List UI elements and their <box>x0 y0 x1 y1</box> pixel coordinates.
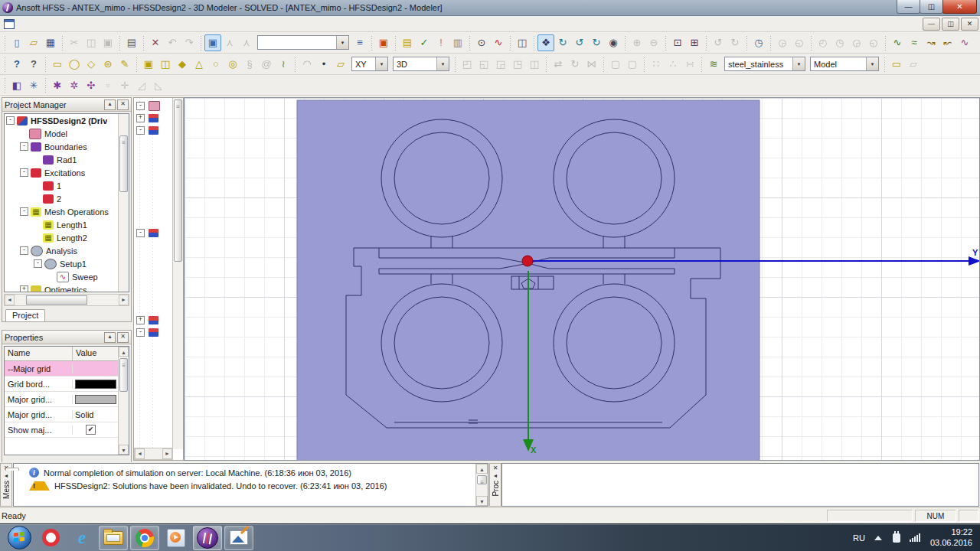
curve1-icon[interactable]: ∿ <box>889 34 906 51</box>
tab-grid[interactable] <box>5 468 19 471</box>
draw-helix-icon[interactable]: § <box>241 56 258 73</box>
menu-tools[interactable] <box>94 22 105 25</box>
solution-data-icon[interactable]: ▥ <box>449 34 466 51</box>
zoom-window-icon[interactable]: ⊡ <box>669 34 686 51</box>
tree-horizontal-scrollbar[interactable]: ◄ ► <box>4 294 129 306</box>
whats-this-icon[interactable]: ? <box>25 56 42 73</box>
tree-length1[interactable]: ▦ Length1 <box>5 218 129 231</box>
tree-sweep[interactable]: ∿ Sweep <box>5 270 129 283</box>
clock3-icon[interactable]: ◶ <box>848 34 865 51</box>
context-help-icon[interactable]: ? <box>8 56 25 73</box>
save-icon[interactable]: ▦ <box>42 34 59 51</box>
material-combo[interactable]: steel_stainless▼ <box>724 57 805 71</box>
submit-job-icon[interactable]: ! <box>433 34 449 51</box>
delete-icon[interactable]: ✕ <box>147 34 164 51</box>
create-cs-icon[interactable]: ✛ <box>116 77 133 93</box>
scrollbar-thumb[interactable] <box>119 135 128 192</box>
dock-pin-icon[interactable]: ◂ <box>494 472 497 479</box>
properties-vertical-scrollbar[interactable]: ▲ ▼ <box>118 347 129 455</box>
face-cs-icon[interactable]: ◿ <box>133 77 150 93</box>
tree-boundaries[interactable]: - Boundaries <box>5 140 129 153</box>
close-button[interactable]: ✕ <box>942 0 977 14</box>
zoom-out-icon[interactable]: ⊖ <box>645 34 662 51</box>
history-tree-panel[interactable]: - + - - + - <box>133 97 184 461</box>
pan-icon[interactable]: ❖ <box>537 34 554 51</box>
clock4-icon[interactable]: ◵ <box>865 34 882 51</box>
rotate-duplicate-icon[interactable]: ↻ <box>567 56 583 73</box>
scroll-left-icon[interactable]: ◄ <box>5 295 15 305</box>
boolean-3d-icon[interactable]: ◧ <box>8 77 25 93</box>
view-undo-icon[interactable]: ↺ <box>710 34 727 51</box>
assign-excitation-icon[interactable]: ⋏ <box>238 34 255 51</box>
draw-point-icon[interactable]: • <box>315 56 332 73</box>
cover-lines-icon[interactable]: ▢ <box>607 56 624 73</box>
tree-setup1[interactable]: - Setup1 <box>5 257 129 270</box>
snap-box-icon[interactable]: ▫ <box>100 77 116 93</box>
duplicate-along-line-icon[interactable]: ∷ <box>648 56 665 73</box>
scroll-up-icon[interactable]: ▲ <box>119 347 129 357</box>
cut-icon[interactable]: ✂ <box>66 34 83 51</box>
hfss-taskbar-icon[interactable] <box>193 526 222 550</box>
tree-mesh-operations[interactable]: - ▦ Mesh Operations <box>5 205 129 218</box>
curve3-icon[interactable]: ↝ <box>923 34 939 51</box>
draw-ellipse-icon[interactable]: ⊜ <box>100 56 116 73</box>
curve5-icon[interactable]: ∿ <box>956 34 973 51</box>
scroll-left-icon[interactable]: ◄ <box>135 448 145 459</box>
clock[interactable]: 19:22 03.06.2016 <box>930 527 972 549</box>
menu-hfss[interactable] <box>83 22 94 25</box>
paste-icon[interactable]: ▣ <box>100 34 116 51</box>
copy-image-icon[interactable]: ◫ <box>514 34 531 51</box>
opera-icon[interactable] <box>36 526 65 550</box>
clock2-icon[interactable]: ◷ <box>831 34 848 51</box>
explode-view-icon[interactable]: ✳ <box>25 77 42 93</box>
create-region-icon[interactable]: ▱ <box>905 56 922 73</box>
mirror-icon[interactable]: ⋈ <box>583 56 600 73</box>
snap-vertex-icon[interactable]: ✱ <box>49 77 66 93</box>
panel-close-icon[interactable]: ✕ <box>117 332 129 343</box>
intersect-icon[interactable]: ◲ <box>492 56 509 73</box>
Grid bord...[interactable]: Grid bord... <box>5 377 129 392</box>
menu-help[interactable] <box>116 22 126 25</box>
checkbox[interactable]: ✔ <box>86 425 96 435</box>
scroll-right-icon[interactable]: ► <box>162 448 172 459</box>
panel-collapse-icon[interactable]: ▴ <box>104 99 116 110</box>
validate-icon[interactable]: ▤ <box>399 34 416 51</box>
rotate-x-icon[interactable]: ↺ <box>571 34 588 51</box>
open-file-icon[interactable]: ▱ <box>25 34 42 51</box>
movement-mode-combo[interactable]: 3D▼ <box>393 57 449 71</box>
tree-expander-icon[interactable]: + <box>136 114 145 122</box>
scrollbar-thumb[interactable] <box>26 295 87 305</box>
animate-icon[interactable]: ◷ <box>750 34 767 51</box>
menu-draw[interactable] <box>62 22 73 25</box>
draw-polyhedron-icon[interactable]: ◆ <box>174 56 191 73</box>
redo-icon[interactable]: ↷ <box>181 34 198 51</box>
variables-icon[interactable]: ≡ <box>351 34 368 51</box>
tree-expander-icon[interactable]: - <box>136 328 145 337</box>
tree-expander-icon[interactable]: - <box>6 116 15 125</box>
menu-project[interactable] <box>51 22 62 25</box>
start-button[interactable] <box>5 526 34 550</box>
tree-expander-icon[interactable]: - <box>20 168 28 177</box>
dropdown-arrow-icon[interactable]: ▼ <box>866 57 878 70</box>
scroll-right-icon[interactable]: ► <box>119 295 129 305</box>
panel-close-icon[interactable]: ✕ <box>117 99 129 110</box>
new-file-icon[interactable]: ▯ <box>8 34 25 51</box>
tree-vertical-scrollbar[interactable] <box>118 114 129 292</box>
dropdown-arrow-icon[interactable]: ▼ <box>436 57 449 70</box>
media-player-icon[interactable] <box>162 526 191 550</box>
drawing-plane-combo[interactable]: XY▼ <box>351 57 388 71</box>
history-vertical-scrollbar[interactable] <box>172 98 183 449</box>
tree-expander-icon[interactable]: - <box>136 229 145 237</box>
zoom-in-icon[interactable]: ⊕ <box>629 34 645 51</box>
tree-excitations[interactable]: - Excitations <box>5 166 129 179</box>
Show maj...[interactable]: Show maj... ✔ <box>5 422 129 438</box>
undo-icon[interactable]: ↶ <box>164 34 181 51</box>
curve2-icon[interactable]: ≈ <box>906 34 923 51</box>
split-icon[interactable]: ◳ <box>509 56 526 73</box>
message-scrollbar[interactable]: ▲ ▼ <box>475 464 488 506</box>
child-close-button[interactable]: ✕ <box>961 18 978 31</box>
language-indicator[interactable]: RU <box>853 533 865 543</box>
menu-edit[interactable] <box>30 22 41 25</box>
tree-length2[interactable]: ▦ Length2 <box>5 231 129 244</box>
uncover-faces-icon[interactable]: ▢ <box>624 56 641 73</box>
